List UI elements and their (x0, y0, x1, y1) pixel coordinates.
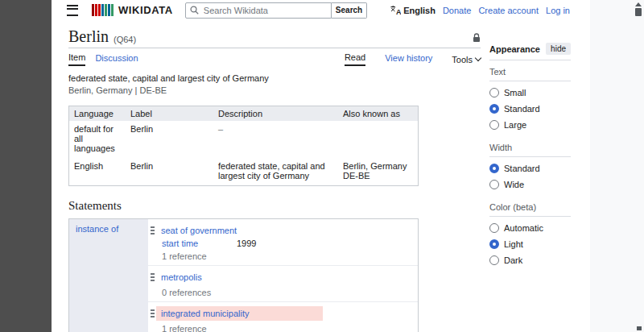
appearance-title: Appearance (489, 44, 540, 54)
chevron-down-icon (475, 55, 481, 61)
statement-value-link[interactable]: integrated municipality (161, 309, 249, 318)
search-input[interactable] (185, 2, 332, 19)
scrollbar-up-arrow-icon[interactable] (635, 2, 642, 6)
tab-view-history[interactable]: View history (385, 53, 432, 65)
appearance-panel: Appearance hide Text Small Standard Larg… (489, 43, 571, 272)
search-bar: Search (185, 2, 367, 19)
cell-language: English (69, 158, 126, 186)
wikidata-entity-page: WIKIDATA Search A (0, 0, 644, 332)
col-description: Description (213, 106, 338, 122)
wikidata-logo-text: WIKIDATA (118, 4, 173, 16)
qualifier-property-link[interactable]: start time (162, 239, 237, 248)
tab-item[interactable]: Item (68, 52, 85, 66)
scrollbar-down-arrow-icon[interactable] (637, 326, 642, 330)
search-icon (190, 6, 199, 16)
references-toggle[interactable]: 1 reference (162, 324, 413, 332)
tools-label: Tools (452, 55, 473, 64)
user-links: A English Donate Create account Log in (390, 6, 570, 15)
references-toggle[interactable]: 1 reference (162, 251, 413, 261)
search-button[interactable]: Search (332, 2, 367, 19)
wikidata-logo-bars-icon (92, 4, 114, 16)
tab-read[interactable]: Read (345, 52, 365, 66)
language-selector[interactable]: A English (390, 6, 436, 15)
page-title: Berlin (68, 28, 109, 44)
site-header: WIKIDATA Search A (52, 0, 590, 20)
tab-discussion[interactable]: Discussion (95, 53, 138, 65)
cell-label: Berlin (126, 158, 213, 186)
references-toggle[interactable]: 0 references (162, 288, 413, 297)
cell-description: – (213, 121, 338, 158)
statement-row: metropolis 0 references (148, 266, 418, 302)
radio-color-light[interactable]: Light (489, 239, 571, 249)
qualifier-row: start time 1999 (162, 239, 413, 248)
section-label-color: Color (beta) (489, 196, 571, 217)
section-label-text: Text (489, 60, 571, 81)
qualifier-value: 1999 (237, 239, 256, 248)
radio-icon[interactable] (489, 223, 499, 233)
cell-aliases (338, 121, 419, 158)
cell-aliases: Berlin, Germany DE-BE (338, 158, 419, 186)
cell-description: federated state, capital and largest cit… (213, 158, 338, 186)
col-language: Language (69, 106, 126, 122)
terms-table: Language Label Description Also known as… (68, 106, 419, 186)
language-icon: A (390, 6, 401, 15)
radio-selected-icon[interactable] (489, 104, 499, 114)
protection-lock-icon (473, 33, 481, 44)
radio-text-small[interactable]: Small (489, 88, 571, 98)
cell-language: default for all languages (69, 121, 126, 158)
statement-row: seat of government start time 1999 1 ref… (148, 219, 418, 266)
wikidata-logo[interactable]: WIKIDATA (92, 4, 173, 16)
create-account-link[interactable]: Create account (478, 6, 539, 15)
radio-icon[interactable] (489, 120, 499, 130)
donate-link[interactable]: Donate (443, 6, 471, 15)
terms-table-header-row: Language Label Description Also known as (69, 106, 419, 122)
section-label-width: Width (489, 136, 571, 157)
radio-selected-icon[interactable] (489, 164, 499, 173)
statement-values-column: seat of government start time 1999 1 ref… (148, 219, 418, 332)
right-gutter (590, 0, 644, 332)
col-also-known-as: Also known as (338, 106, 419, 122)
rank-deprecated-icon[interactable] (151, 309, 155, 318)
language-label: English (403, 6, 436, 15)
radio-color-dark[interactable]: Dark (489, 255, 571, 265)
radio-icon[interactable] (489, 255, 499, 265)
left-gray-strip (0, 0, 52, 332)
log-in-link[interactable]: Log in (546, 6, 570, 15)
col-label: Label (126, 106, 213, 122)
table-row: English Berlin federated state, capital … (69, 158, 419, 186)
rank-normal-icon[interactable] (151, 226, 155, 235)
radio-width-wide[interactable]: Wide (489, 180, 571, 189)
statement-row-deprecated: integrated municipality 1 reference (148, 302, 418, 332)
hamburger-menu-icon[interactable] (67, 5, 78, 16)
property-link-instance-of[interactable]: instance of (76, 224, 118, 234)
statement-group: instance of seat of government start tim… (68, 218, 419, 332)
table-row: default for all languages Berlin – (69, 121, 419, 158)
statement-value-link[interactable]: seat of government (161, 226, 237, 235)
scrollbar-thumb[interactable] (635, 8, 642, 16)
browser-page: WIKIDATA Search A (52, 0, 590, 332)
radio-color-automatic[interactable]: Automatic (489, 223, 571, 233)
cell-label: Berlin (126, 121, 213, 158)
hide-appearance-button[interactable]: hide (546, 43, 571, 55)
statement-value-link[interactable]: metropolis (161, 272, 202, 282)
svg-text:A: A (396, 8, 401, 15)
radio-width-standard[interactable]: Standard (489, 164, 571, 173)
rank-normal-icon[interactable] (151, 273, 155, 282)
radio-text-large[interactable]: Large (489, 120, 571, 130)
page-tabs: Item Discussion Read View history Tools (68, 48, 481, 66)
entity-qid: (Q64) (114, 35, 136, 44)
radio-selected-icon[interactable] (489, 239, 499, 249)
tools-menu[interactable]: Tools (452, 55, 481, 64)
title-row: Berlin (Q64) (68, 28, 481, 48)
radio-text-standard[interactable]: Standard (489, 104, 571, 114)
radio-icon[interactable] (489, 88, 499, 98)
radio-icon[interactable] (489, 180, 499, 189)
statement-property-column: instance of (69, 219, 148, 332)
